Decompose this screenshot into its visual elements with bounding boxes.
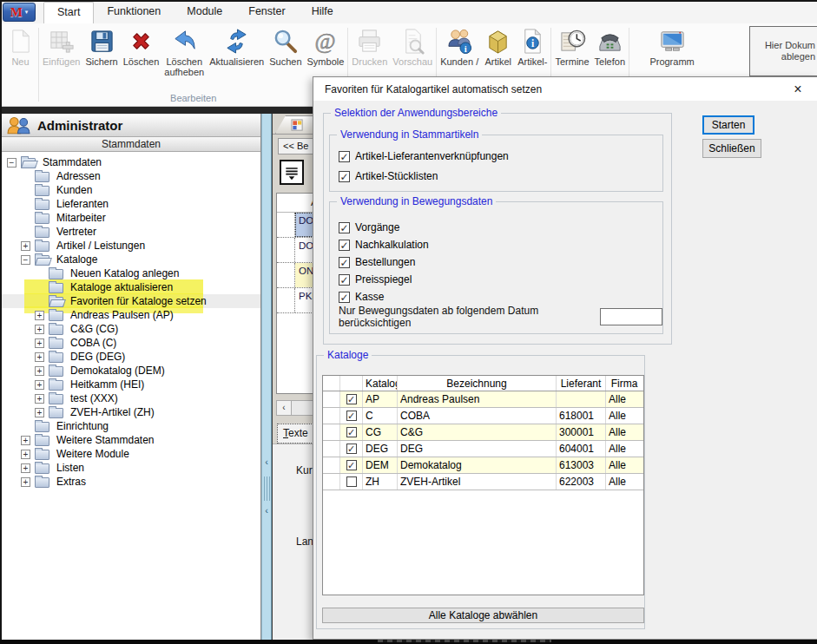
folder-icon	[35, 172, 49, 182]
ribbon-button-löschen[interactable]: Löschen	[121, 23, 162, 67]
ribbon-button-kunden[interactable]: iKunden /	[438, 23, 481, 67]
deselect-all-button[interactable]: Alle Kataloge abwählen	[322, 608, 644, 623]
date-filter-input[interactable]	[600, 308, 662, 325]
collapse-left-icon[interactable]: ‹	[262, 506, 271, 516]
katalog-checkbox-cell[interactable]: ✓	[340, 457, 363, 473]
ribbon-button-sichern[interactable]: Sichern	[82, 23, 120, 67]
tree-item-extras[interactable]: +Extras	[2, 475, 260, 489]
tree-item-lieferanten[interactable]: Lieferanten	[2, 197, 260, 211]
ribbon-button-drucken: Drucken	[349, 23, 390, 67]
tree-item-coba-c[interactable]: +COBA (C)	[2, 336, 260, 350]
checkbox-preisspiegel[interactable]: ✓Preisspiegel	[339, 273, 429, 286]
katalog-checkbox-cell[interactable]: ✓	[340, 424, 363, 440]
expander-minus-icon[interactable]: −	[7, 158, 16, 168]
tree-item-heitkamm-hei[interactable]: +Heitkamm (HEI)	[2, 378, 260, 391]
menu-tab-funktionen[interactable]: Funktionen	[94, 2, 174, 23]
expander-plus-icon[interactable]: +	[21, 241, 30, 251]
expander-plus-icon[interactable]: +	[35, 325, 44, 334]
menu-tab-module[interactable]: Module	[174, 2, 235, 23]
sidebar-section-header[interactable]: Stammdaten	[2, 137, 260, 152]
tree-item-kunden[interactable]: Kunden	[2, 183, 260, 197]
ribbon-button-suchen[interactable]: Suchen	[267, 23, 304, 67]
ribbon-button-telefon[interactable]: Telefon	[592, 23, 628, 67]
checkbox-vorgänge[interactable]: ✓Vorgänge	[339, 221, 429, 233]
expander-plus-icon[interactable]: +	[35, 352, 44, 362]
close-button[interactable]: Schließen	[702, 139, 761, 158]
scroll-left-icon[interactable]: ‹	[277, 401, 292, 415]
tree-item-zveh-artikel-zh[interactable]: +ZVEH-Artikel (ZH)	[2, 405, 260, 419]
checkbox-bestellungen[interactable]: ✓Bestellungen	[339, 256, 429, 268]
tree-item-c-g-cg[interactable]: +C&G (CG)	[2, 322, 260, 336]
expander-plus-icon[interactable]: +	[35, 366, 44, 376]
column-header-katalog[interactable]: Katalog	[363, 376, 398, 391]
katalog-checkbox-cell[interactable]: ✓	[340, 391, 363, 407]
app-menu-button[interactable]: M ▾	[3, 3, 36, 22]
tree-item-andreas-paulsen-ap[interactable]: +Andreas Paulsen (AP)	[2, 308, 260, 322]
expander-plus-icon[interactable]: +	[35, 408, 44, 417]
checkbox-label: Kasse	[355, 291, 384, 303]
ribbon-button-termine[interactable]: Termine	[552, 23, 591, 67]
checkbox-artikel-stücklisten[interactable]: ✓Artikel-Stücklisten	[339, 170, 509, 182]
row-selector[interactable]	[323, 424, 340, 440]
column-header-firma[interactable]: Firma	[606, 376, 642, 391]
expander-plus-icon[interactable]: +	[21, 450, 30, 459]
ribbon-button-aktualisieren[interactable]: Aktualisieren	[207, 23, 267, 67]
katalog-row-ap[interactable]: ✓APAndreas PaulsenAlle	[323, 391, 643, 408]
tree-item-artikel-leistungen[interactable]: +Artikel / Leistungen	[2, 239, 260, 253]
katalog-row-deg[interactable]: ✓DEGDEG604001Alle	[323, 441, 643, 457]
ribbon-button-symbole[interactable]: @Symbole	[305, 23, 347, 67]
tree-item-vertreter[interactable]: Vertreter	[2, 225, 260, 239]
tree-item-kataloge[interactable]: −Kataloge	[2, 253, 260, 266]
tree-item-stammdaten[interactable]: −Stammdaten	[2, 155, 260, 169]
row-selector[interactable]	[323, 408, 340, 424]
row-selector[interactable]	[323, 457, 340, 473]
tree-item-weitere-stammdaten[interactable]: +Weitere Stammdaten	[2, 433, 260, 447]
menu-tab-start[interactable]: Start	[43, 2, 94, 23]
expander-plus-icon[interactable]: +	[35, 394, 44, 404]
katalog-checkbox-cell[interactable]: ✓	[340, 441, 363, 457]
tree-item-demokatalog-dem[interactable]: +Demokatalog (DEM)	[2, 364, 260, 378]
tree-item-deg-deg[interactable]: +DEG (DEG)	[2, 350, 260, 364]
tree-item-mitarbeiter[interactable]: Mitarbeiter	[2, 211, 260, 225]
list-view-button[interactable]	[280, 160, 304, 185]
ribbon-button-artikel[interactable]: Artikel	[481, 23, 515, 67]
expander-plus-icon[interactable]: +	[35, 311, 44, 320]
ribbon-button-programm[interactable]: Programm	[630, 23, 714, 67]
document-drop-zone[interactable]: Hier Dokum ablegen	[749, 26, 817, 76]
katalog-row-cg[interactable]: ✓CGC&G300001Alle	[323, 424, 643, 441]
ribbon-button-artikel[interactable]: iArtikel-	[515, 23, 550, 67]
expander-plus-icon[interactable]: +	[21, 463, 30, 473]
tree-item-listen[interactable]: +Listen	[2, 461, 260, 475]
tree-item-weitere-module[interactable]: +Weitere Module	[2, 447, 260, 461]
expander-plus-icon[interactable]: +	[21, 436, 30, 445]
ribbon-button-löschen-aufheben[interactable]: Löschen aufheben	[161, 23, 207, 77]
sidebar-splitter[interactable]: ‹ ‹	[261, 114, 272, 640]
tree-item-kataloge-aktualisieren[interactable]: Kataloge aktualisieren	[2, 280, 260, 294]
menu-tab-fenster[interactable]: Fenster	[235, 2, 298, 23]
katalog-checkbox-cell[interactable]: ✓	[340, 408, 363, 424]
tree-item-adressen[interactable]: Adressen	[2, 169, 260, 183]
row-selector[interactable]	[323, 391, 340, 407]
column-header-lieferant[interactable]: Lieferant	[557, 376, 606, 391]
expander-minus-icon[interactable]: −	[21, 255, 30, 265]
checkbox-artikel-lieferantenverknüpfungen[interactable]: ✓Artikel-Lieferantenverknüpfungen	[339, 150, 509, 162]
katalog-row-dem[interactable]: ✓DEMDemokatalog613003Alle	[323, 457, 643, 474]
expander-plus-icon[interactable]: +	[35, 380, 44, 390]
katalog-row-zh[interactable]: ZHZVEH-Artikel622003Alle	[323, 474, 643, 490]
expander-plus-icon[interactable]: +	[35, 338, 44, 348]
start-button[interactable]: Starten	[702, 115, 754, 135]
checkbox-nachkalkulation[interactable]: ✓Nachkalkulation	[339, 239, 429, 251]
dialog-close-button[interactable]: ×	[788, 80, 807, 99]
row-selector[interactable]	[323, 441, 340, 457]
tree-item-neuen-katalog-anlegen[interactable]: Neuen Katalog anlegen	[2, 266, 260, 280]
katalog-row-c[interactable]: ✓CCOBA618001Alle	[323, 408, 643, 424]
katalog-checkbox-cell[interactable]	[340, 474, 363, 490]
tree-item-test-xxx[interactable]: +test (XXX)	[2, 391, 260, 405]
menu-tab-hilfe[interactable]: Hilfe	[299, 2, 346, 23]
checkbox-kasse[interactable]: ✓Kasse	[339, 291, 429, 303]
column-header-bezeichnung[interactable]: Bezeichnung	[398, 376, 557, 391]
expander-plus-icon[interactable]: +	[21, 477, 30, 487]
collapse-left-icon[interactable]: ‹	[262, 457, 271, 467]
tree-item-einrichtung[interactable]: Einrichtung	[2, 419, 260, 433]
row-selector[interactable]	[323, 474, 340, 490]
